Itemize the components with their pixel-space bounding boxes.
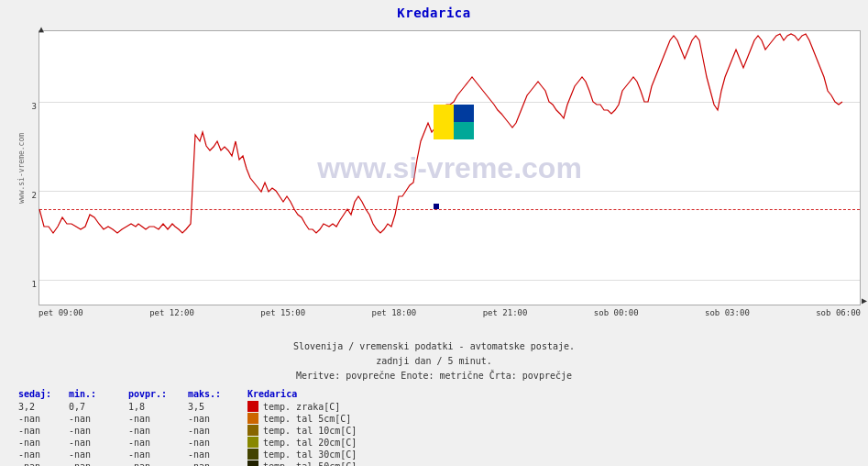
y-axis-watermark: www.si-vreme.com	[7, 26, 35, 310]
legend-maks-4: -nan	[188, 449, 247, 460]
legend-sedaj-4: -nan	[18, 449, 69, 460]
legend-row-0: 3,2 0,7 1,8 3,5 temp. zraka[C]	[18, 401, 850, 412]
legend-color-5	[247, 460, 258, 466]
legend-label-1: temp. tal 5cm[C]	[247, 413, 850, 424]
x-axis-arrow: ▶	[862, 295, 867, 305]
x-label-7: sob 06:00	[816, 308, 861, 317]
legend-maks-3: -nan	[188, 438, 247, 448]
logo-yellow	[434, 105, 454, 139]
logo-icon	[434, 105, 474, 139]
legend-maks-0: 3,5	[188, 402, 247, 412]
legend-povpr-3: -nan	[128, 438, 188, 448]
legend-sedaj-5: -nan	[18, 461, 69, 467]
legend-header: sedaj: min.: povpr.: maks.: Kredarica	[18, 389, 850, 399]
y-tick-3: 3	[32, 102, 39, 111]
chart-container: Kredarica www.si-vreme.com ▲ ▶ 3 2 1	[0, 0, 868, 466]
legend-min-4: -nan	[69, 449, 128, 460]
legend-povpr-4: -nan	[128, 449, 188, 460]
logo-teal	[454, 122, 474, 139]
legend-sedaj-2: -nan	[18, 426, 69, 436]
x-label-3: pet 18:00	[372, 308, 417, 317]
logo-blue	[454, 105, 474, 122]
legend-area: sedaj: min.: povpr.: maks.: Kredarica 3,…	[18, 389, 850, 466]
chart-title: Kredarica	[0, 0, 868, 20]
legend-maks-2: -nan	[188, 426, 247, 436]
y-tick-2: 2	[32, 191, 39, 200]
legend-min-0: 0,7	[69, 402, 128, 412]
legend-row-1: -nan -nan -nan -nan temp. tal 5cm[C]	[18, 413, 850, 424]
subtitle-line1: Slovenija / vremenski podatki - avtomats…	[0, 339, 868, 354]
legend-row-3: -nan -nan -nan -nan temp. tal 20cm[C]	[18, 437, 850, 448]
legend-row-4: -nan -nan -nan -nan temp. tal 30cm[C]	[18, 449, 850, 460]
legend-maks-1: -nan	[188, 414, 247, 424]
legend-sedaj-0: 3,2	[18, 402, 69, 412]
legend-maks-5: -nan	[188, 461, 247, 467]
legend-min-1: -nan	[69, 414, 128, 424]
legend-row-2: -nan -nan -nan -nan temp. tal 10cm[C]	[18, 425, 850, 436]
legend-label-2: temp. tal 10cm[C]	[247, 425, 850, 436]
legend-label-5: temp. tal 50cm[C]	[247, 460, 850, 466]
subtitle-line3: Meritve: povprečne Enote: metrične Črta:…	[0, 369, 868, 383]
legend-color-3	[247, 437, 258, 448]
legend-label-4: temp. tal 30cm[C]	[247, 449, 850, 460]
subtitle-line2: zadnji dan / 5 minut.	[0, 354, 868, 369]
legend-color-4	[247, 449, 258, 460]
x-label-5: sob 00:00	[594, 308, 639, 317]
x-label-2: pet 15:00	[260, 308, 305, 317]
legend-povpr-5: -nan	[128, 461, 188, 467]
legend-color-2	[247, 425, 258, 436]
legend-sedaj-1: -nan	[18, 414, 69, 424]
chart-plot-area: ▲ ▶ 3 2 1 www.si-vreme.com	[38, 30, 861, 305]
legend-row-5: -nan -nan -nan -nan temp. tal 50cm[C]	[18, 460, 850, 466]
legend-min-5: -nan	[69, 461, 128, 467]
legend-header-maks: maks.:	[188, 389, 247, 399]
x-label-1: pet 12:00	[149, 308, 194, 317]
chart-svg	[39, 31, 860, 305]
legend-header-name: Kredarica	[247, 389, 850, 399]
legend-color-1	[247, 413, 258, 424]
legend-min-2: -nan	[69, 426, 128, 436]
x-label-0: pet 09:00	[38, 308, 83, 317]
legend-header-sedaj: sedaj:	[18, 389, 69, 399]
legend-color-0	[247, 401, 258, 412]
x-axis-labels: pet 09:00 pet 12:00 pet 15:00 pet 18:00 …	[38, 308, 861, 317]
legend-sedaj-3: -nan	[18, 438, 69, 448]
legend-label-3: temp. tal 20cm[C]	[247, 437, 850, 448]
x-label-6: sob 03:00	[705, 308, 750, 317]
data-point-marker	[434, 204, 439, 209]
legend-header-povpr: povpr.:	[128, 389, 188, 399]
legend-header-min: min.:	[69, 389, 128, 399]
legend-povpr-2: -nan	[128, 426, 188, 436]
subtitle-area: Slovenija / vremenski podatki - avtomats…	[0, 339, 868, 383]
y-tick-1: 1	[32, 280, 39, 289]
legend-label-0: temp. zraka[C]	[247, 401, 850, 412]
x-label-4: pet 21:00	[483, 308, 528, 317]
legend-povpr-0: 1,8	[128, 402, 188, 412]
legend-povpr-1: -nan	[128, 414, 188, 424]
legend-min-3: -nan	[69, 438, 128, 448]
